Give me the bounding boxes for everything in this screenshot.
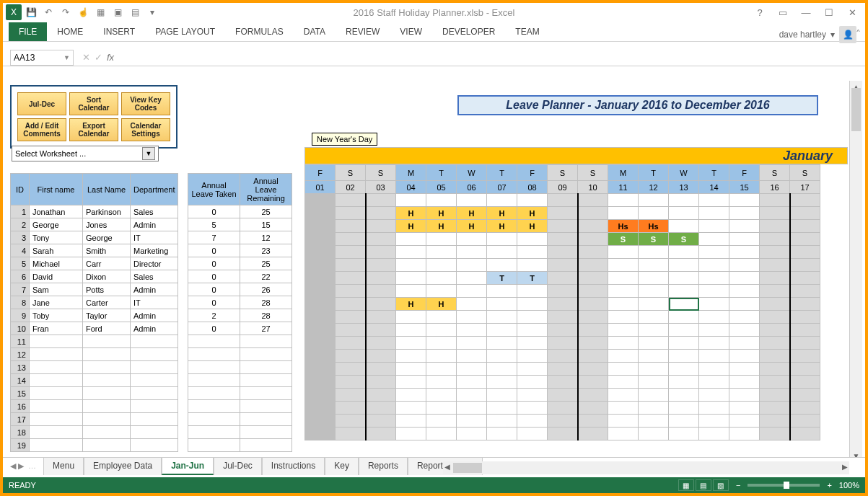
calendar-cell[interactable] <box>790 389 820 402</box>
date-header[interactable]: 02 <box>336 181 366 194</box>
calendar-cell[interactable] <box>760 194 790 207</box>
table-row[interactable]: 3 Tony George IT <box>11 231 178 244</box>
cell-firstname[interactable]: Sam <box>30 283 83 296</box>
hscroll-thumb[interactable] <box>453 463 482 473</box>
cell-department[interactable] <box>131 439 178 452</box>
calendar-cell[interactable] <box>548 337 578 350</box>
calendar-cell[interactable] <box>699 207 729 220</box>
calendar-cell[interactable] <box>336 233 366 246</box>
day-header[interactable]: F <box>305 165 336 181</box>
view-pagebreak-icon[interactable]: ▧ <box>713 479 729 491</box>
calendar-cell[interactable]: H <box>396 220 426 233</box>
calendar-cell[interactable] <box>790 350 820 363</box>
calendar-cell[interactable] <box>426 350 457 363</box>
cell-firstname[interactable]: Fran <box>30 322 83 335</box>
cell-firstname[interactable]: Jonathan <box>30 205 83 218</box>
view-normal-icon[interactable]: ▦ <box>678 479 694 491</box>
calendar-cell[interactable] <box>790 233 820 246</box>
cell-leave-taken[interactable] <box>188 374 240 387</box>
calendar-cell[interactable] <box>457 428 487 440</box>
cell-department[interactable] <box>131 387 178 400</box>
table-row[interactable]: 0 23 <box>188 244 292 257</box>
calendar-cell[interactable]: H <box>487 220 517 233</box>
zoom-out-icon[interactable]: − <box>736 481 740 490</box>
day-header[interactable]: F <box>729 165 760 181</box>
calendar-cell[interactable] <box>639 311 669 324</box>
table-row[interactable]: 13 <box>11 361 178 374</box>
cell-department[interactable]: Sales <box>131 270 178 283</box>
calendar-cell[interactable] <box>457 298 487 311</box>
calendar-cell[interactable] <box>426 311 457 324</box>
calendar-cell[interactable] <box>336 415 366 428</box>
form-icon[interactable]: ▤ <box>127 4 143 20</box>
calendar-cell[interactable] <box>517 324 548 337</box>
day-header[interactable]: S <box>366 165 396 181</box>
cell-firstname[interactable] <box>30 374 83 387</box>
cell-lastname[interactable]: Carter <box>83 296 131 309</box>
cell-id[interactable]: 6 <box>11 270 30 283</box>
calendar-cell[interactable] <box>669 324 699 337</box>
calendar-cell[interactable] <box>517 376 548 389</box>
calendar-cell[interactable] <box>548 259 578 272</box>
calendar-cell[interactable] <box>305 389 336 402</box>
calendar-cell[interactable] <box>639 363 669 376</box>
calendar-cell[interactable] <box>305 207 336 220</box>
insert-function-icon[interactable]: fx <box>107 52 114 63</box>
calendar-cell[interactable] <box>790 272 820 285</box>
calendar-cell[interactable] <box>336 350 366 363</box>
excel-icon[interactable]: X <box>6 4 22 20</box>
ribbon-tab-team[interactable]: TEAM <box>505 22 549 41</box>
cell-department[interactable] <box>131 413 178 426</box>
calendar-cell[interactable] <box>760 207 790 220</box>
calendar-cell[interactable] <box>729 233 760 246</box>
calendar-cell[interactable] <box>729 311 760 324</box>
calendar-row[interactable]: HH <box>305 298 820 311</box>
calendar-cell[interactable] <box>760 311 790 324</box>
ribbon-tab-pagelayout[interactable]: PAGE LAYOUT <box>145 22 225 41</box>
scroll-thumb[interactable] <box>851 88 861 131</box>
calendar-cell[interactable] <box>457 402 487 415</box>
date-header[interactable]: 11 <box>608 181 639 194</box>
calendar-cell[interactable] <box>790 207 820 220</box>
cell-id[interactable]: 5 <box>11 257 30 270</box>
calendar-cell[interactable] <box>487 194 517 207</box>
calendar-cell[interactable] <box>699 363 729 376</box>
calendar-cell[interactable] <box>608 324 639 337</box>
calendar-cell[interactable] <box>790 194 820 207</box>
date-header[interactable]: 10 <box>578 181 608 194</box>
cell-firstname[interactable]: George <box>30 218 83 231</box>
cell-department[interactable]: IT <box>131 231 178 244</box>
calendar-cell[interactable] <box>639 207 669 220</box>
calendar-cell[interactable] <box>578 207 608 220</box>
calendar-cell[interactable] <box>396 428 426 440</box>
camera-icon[interactable]: ▣ <box>110 4 126 20</box>
cell-id[interactable]: 12 <box>11 348 30 361</box>
calendar-cell[interactable] <box>729 376 760 389</box>
calendar-cell[interactable]: H <box>426 220 457 233</box>
date-header[interactable]: 04 <box>396 181 426 194</box>
calendar-row[interactable] <box>305 376 820 389</box>
cell-id[interactable]: 4 <box>11 244 30 257</box>
cell-lastname[interactable]: George <box>83 231 131 244</box>
cell-lastname[interactable] <box>83 374 131 387</box>
calendar-cell[interactable] <box>790 259 820 272</box>
calendar-cell[interactable] <box>760 376 790 389</box>
calendar-cell[interactable] <box>608 194 639 207</box>
calendar-cell[interactable] <box>305 246 336 259</box>
calendar-cell[interactable] <box>608 259 639 272</box>
calendar-cell[interactable] <box>517 246 548 259</box>
calendar-cell[interactable] <box>457 194 487 207</box>
calendar-cell[interactable] <box>639 285 669 298</box>
calendar-cell[interactable] <box>396 246 426 259</box>
calendar-cell[interactable] <box>396 363 426 376</box>
calendar-cell[interactable] <box>729 194 760 207</box>
calendar-cell[interactable] <box>457 363 487 376</box>
ribbon-tab-insert[interactable]: INSERT <box>93 22 145 41</box>
btn-add-edit-comments[interactable]: Add / Edit Comments <box>17 118 66 141</box>
day-header[interactable]: M <box>396 165 426 181</box>
calendar-cell[interactable] <box>396 194 426 207</box>
calendar-cell[interactable] <box>336 428 366 440</box>
cell-leave-remaining[interactable] <box>240 413 292 426</box>
cell-id[interactable]: 11 <box>11 335 30 348</box>
cell-leave-remaining[interactable] <box>240 426 292 439</box>
